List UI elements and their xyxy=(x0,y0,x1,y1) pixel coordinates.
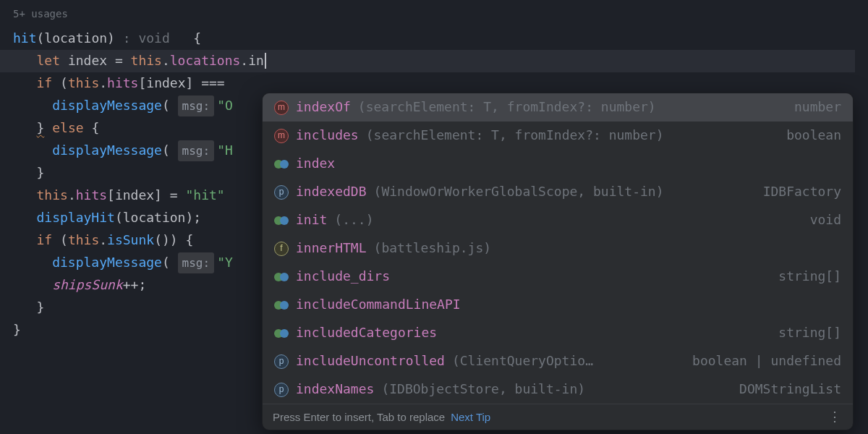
keyword: this xyxy=(131,50,162,72)
completion-name: index xyxy=(296,153,335,175)
completion-signature: (IDBObjectStore, built-in) xyxy=(381,378,585,401)
method-icon: m xyxy=(274,129,289,143)
completion-name: include_dirs xyxy=(296,265,390,288)
completion-signature: (...) xyxy=(334,209,373,231)
variable: location xyxy=(123,207,186,229)
completion-item[interactable]: pincludeUncontrolled (ClientQueryOptio…b… xyxy=(263,347,853,375)
keyword: this xyxy=(37,184,68,207)
typed-text: in xyxy=(248,50,264,72)
completion-footer: Press Enter to insert, Tab to replace Ne… xyxy=(263,404,853,430)
param-hint: msg: xyxy=(178,95,215,116)
property-icon: p xyxy=(274,185,289,200)
string: "H xyxy=(217,140,233,162)
completion-name: includes xyxy=(296,124,359,147)
variable-icon xyxy=(274,157,289,171)
variable-icon xyxy=(274,270,289,284)
code-line[interactable]: hit(location) : void { xyxy=(13,27,868,50)
completion-type: boolean | undefined xyxy=(692,350,841,373)
string: "O xyxy=(217,95,233,117)
completion-signature: (WindowOrWorkerGlobalScope, built-in) xyxy=(374,181,664,203)
method-call: displayMessage xyxy=(52,140,162,162)
completion-item[interactable]: init(...)void xyxy=(263,206,853,234)
method-icon: m xyxy=(274,101,289,115)
more-icon[interactable]: ⋮ xyxy=(828,406,843,428)
string: "Y xyxy=(217,252,233,274)
field: locations xyxy=(170,50,241,72)
next-tip-link[interactable]: Next Tip xyxy=(451,408,490,427)
method-call: displayMessage xyxy=(52,252,162,274)
completion-signature: (battleship.js) xyxy=(374,237,492,260)
completion-type: number xyxy=(794,96,841,119)
keyword: this xyxy=(68,229,99,252)
variable: index xyxy=(146,72,185,95)
completion-item[interactable]: index xyxy=(263,150,853,178)
completion-name: innerHTML xyxy=(296,237,367,260)
completion-type: IDBFactory xyxy=(763,181,841,203)
completion-popup[interactable]: mindexOf(searchElement: T, fromIndex?: n… xyxy=(262,93,854,430)
completion-name: includedCategories xyxy=(296,322,437,344)
string: "hit" xyxy=(185,184,224,207)
completion-type: string[] xyxy=(778,265,841,288)
variable-icon xyxy=(274,326,289,341)
param-hint: msg: xyxy=(178,252,215,273)
completion-type: void xyxy=(810,209,841,231)
keyword: if xyxy=(37,229,53,252)
property-icon: p xyxy=(274,354,289,369)
completion-name: init xyxy=(296,209,327,231)
method-call: isSunk xyxy=(107,229,154,252)
completion-item[interactable]: pindexNames (IDBObjectStore, built-in)DO… xyxy=(263,375,853,404)
completion-name: indexOf xyxy=(296,96,351,119)
active-line[interactable]: let index = this.locations.in xyxy=(0,50,855,72)
field: hits xyxy=(107,72,138,95)
field: shipsSunk xyxy=(52,274,123,297)
variable: index xyxy=(115,184,154,207)
field: hits xyxy=(76,184,107,207)
completion-item[interactable]: mincludes(searchElement: T, fromIndex?: … xyxy=(263,122,853,150)
variable-icon xyxy=(274,298,289,312)
completion-item[interactable]: includedCategoriesstring[] xyxy=(263,319,853,347)
function-name: hit xyxy=(13,27,37,50)
completion-type: boolean xyxy=(786,124,841,147)
keyword: this xyxy=(68,72,99,95)
completion-item[interactable]: mindexOf(searchElement: T, fromIndex?: n… xyxy=(263,93,853,122)
param: location xyxy=(44,27,107,50)
footer-hint: Press Enter to insert, Tab to replace xyxy=(273,408,445,427)
param-hint: msg: xyxy=(178,140,215,161)
operator: === xyxy=(201,72,225,95)
method-call: displayHit xyxy=(37,207,115,229)
completion-signature: (searchElement: T, fromIndex?: number) xyxy=(366,124,664,147)
completion-item[interactable]: finnerHTML (battleship.js) xyxy=(263,234,853,263)
completion-type: string[] xyxy=(778,322,841,344)
field-icon: f xyxy=(274,242,289,256)
completion-name: includeCommandLineAPI xyxy=(296,294,461,316)
usages-hint[interactable]: 5+ usages xyxy=(13,6,868,23)
completion-name: includeUncontrolled xyxy=(296,350,445,373)
property-icon: p xyxy=(274,383,289,397)
completion-name: indexNames xyxy=(296,378,374,401)
keyword: let xyxy=(37,50,61,72)
keyword: if xyxy=(37,72,53,95)
completion-item[interactable]: includeCommandLineAPI xyxy=(263,291,853,319)
method-call: displayMessage xyxy=(52,95,162,117)
completion-item[interactable]: include_dirsstring[] xyxy=(263,263,853,291)
completion-signature: (searchElement: T, fromIndex?: number) xyxy=(358,96,656,119)
caret xyxy=(265,53,266,69)
completion-name: indexedDB xyxy=(296,181,367,203)
return-hint: : void xyxy=(123,27,170,50)
keyword: else xyxy=(52,117,83,140)
variable: index xyxy=(68,50,107,72)
completion-signature: (ClientQueryOptio… xyxy=(452,350,593,373)
code-line[interactable]: if (this.hits[index] === xyxy=(13,72,868,95)
completion-item[interactable]: pindexedDB (WindowOrWorkerGlobalScope, b… xyxy=(263,178,853,206)
variable-icon xyxy=(274,213,289,228)
completion-type: DOMStringList xyxy=(739,378,841,401)
